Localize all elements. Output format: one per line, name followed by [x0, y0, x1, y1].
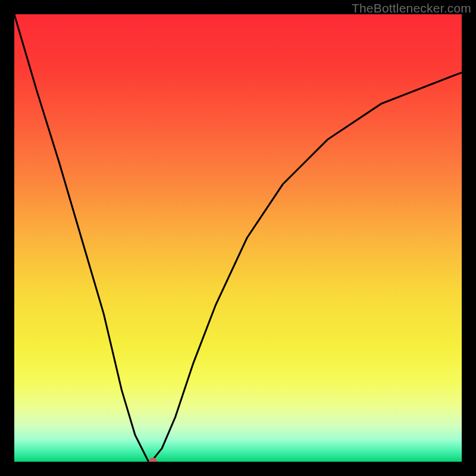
- plot-area: [14, 14, 462, 462]
- curve-path: [14, 14, 462, 462]
- optimum-marker: [149, 458, 157, 462]
- bottleneck-curve: [14, 14, 462, 462]
- watermark-text: TheBottlenecker.com: [352, 1, 471, 15]
- chart-frame: TheBottlenecker.com: [0, 0, 476, 476]
